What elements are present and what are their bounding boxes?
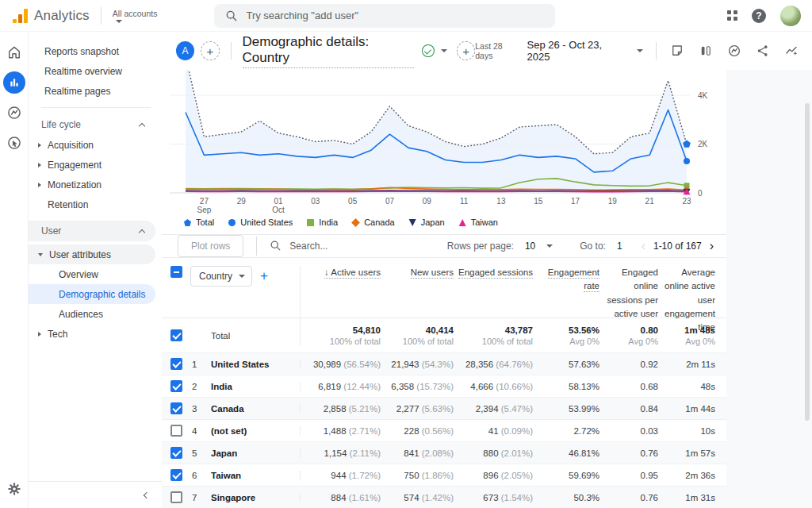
row-checkbox[interactable] <box>170 358 182 370</box>
scrollbar[interactable] <box>805 103 810 421</box>
date-range-picker[interactable]: Last 28 days Sep 26 - Oct 23, 2025 <box>475 39 643 63</box>
select-all-checkbox[interactable] <box>170 266 182 278</box>
row-checkbox[interactable] <box>170 491 182 503</box>
table-header-row: Country + ↓ Active users New users Engag… <box>162 257 726 318</box>
sidebar-item-overview[interactable]: Overview <box>29 264 155 284</box>
reports-icon[interactable] <box>3 71 25 94</box>
dimension-select[interactable]: Country <box>190 266 252 287</box>
account-selector[interactable]: All accounts <box>113 9 158 23</box>
column-header-new-users[interactable]: New users <box>382 266 455 279</box>
metric-cell: 0.92 <box>601 360 660 369</box>
metric-cell: 2,277 (5.63%) <box>382 404 455 414</box>
diamond-marker-icon <box>351 218 360 227</box>
chevron-up-icon <box>139 229 145 235</box>
explore-icon[interactable] <box>3 102 25 124</box>
sidebar-item-retention[interactable]: Retention <box>29 194 155 214</box>
sidebar-section-user[interactable]: User <box>29 221 155 241</box>
report-status-check-icon[interactable] <box>422 44 435 57</box>
metric-cell: 10s <box>660 426 726 436</box>
advertising-icon[interactable] <box>3 132 25 154</box>
collapse-sidebar-icon[interactable] <box>144 491 150 498</box>
collapse-arrow-icon <box>38 253 43 256</box>
total-label: Total <box>211 331 300 341</box>
row-checkbox[interactable] <box>170 402 182 414</box>
x-tick-label: 11 <box>460 197 469 206</box>
legend-item-united-states[interactable]: United States <box>228 217 293 227</box>
search-icon <box>225 10 238 22</box>
row-checkbox[interactable] <box>170 447 182 459</box>
metric-cell: 53.99% <box>534 404 601 414</box>
add-comparison-button[interactable]: + <box>201 41 219 60</box>
chevron-down-icon[interactable] <box>546 244 553 248</box>
global-search-input[interactable]: Try searching "add user" <box>214 4 555 28</box>
insights-icon[interactable] <box>783 43 799 59</box>
home-icon[interactable] <box>3 41 25 64</box>
series-marker-united-states <box>684 158 690 164</box>
metric-cell: 58.13% <box>534 382 601 391</box>
total-row-checkbox[interactable] <box>170 329 182 341</box>
report-header: A + Demographic details: Country + Last … <box>162 32 812 70</box>
metric-cell: 1m 57s <box>660 448 726 458</box>
help-icon[interactable]: ? <box>752 9 766 23</box>
x-tick-label: 09 <box>423 197 432 206</box>
sidebar-item-demographic-details[interactable]: Demographic details <box>29 284 155 304</box>
metric-cell: 41 (0.09%) <box>455 426 534 436</box>
sidebar-item-realtime-overview[interactable]: Realtime overview <box>29 61 155 81</box>
sidebar-item-engagement[interactable]: Engagement <box>29 155 155 175</box>
add-dimension-button[interactable]: + <box>260 268 268 284</box>
analytics-logo-icon[interactable] <box>13 9 28 23</box>
row-checkbox[interactable] <box>170 469 182 481</box>
sidebar-item-acquisition[interactable]: Acquisition <box>29 135 155 155</box>
sidebar-section-life-cycle[interactable]: Life cycle <box>29 114 155 135</box>
row-checkbox[interactable] <box>170 380 182 392</box>
legend-item-india[interactable]: India <box>307 217 338 227</box>
plot-rows-button[interactable]: Plot rows <box>178 235 243 257</box>
prev-page-button[interactable]: ‹ <box>642 240 645 252</box>
product-name: Analytics <box>34 8 90 24</box>
column-header-engaged-sessions-per-user[interactable]: Engaged online sessions per active user <box>601 266 660 321</box>
pagination-range: 1-10 of 167 <box>653 241 702 252</box>
sidebar-item-realtime-pages[interactable]: Realtime pages <box>29 81 155 101</box>
segment-chip[interactable]: A <box>176 41 194 60</box>
column-header-engaged-sessions[interactable]: Engaged sessions <box>455 266 534 279</box>
explore-report-icon[interactable] <box>726 43 742 59</box>
metric-cell: 2.72% <box>534 426 601 436</box>
legend-item-japan[interactable]: Japan <box>409 217 445 227</box>
sidebar-item-reports-snapshot[interactable]: Reports snapshot <box>29 41 155 61</box>
table-row-singapore: 7Singapore884 (1.61%)574 (1.42%)673 (1.5… <box>162 486 726 508</box>
settings-gear-icon[interactable] <box>3 478 25 500</box>
expand-arrow-icon <box>38 183 41 187</box>
metric-cell: 0.84 <box>601 404 660 414</box>
legend-item-total[interactable]: Total <box>184 217 214 227</box>
sidebar-item-tech[interactable]: Tech <box>29 324 155 344</box>
comparisons-icon[interactable] <box>698 43 714 59</box>
apps-grid-icon[interactable] <box>727 10 737 21</box>
metric-cell: 48s <box>660 382 726 391</box>
metric-cell: 1m 31s <box>660 493 726 502</box>
row-number: 4 <box>190 426 211 436</box>
report-menu-caret[interactable] <box>441 49 447 52</box>
column-header-engagement-rate[interactable]: Engagement rate <box>534 266 601 294</box>
sidebar-item-audiences[interactable]: Audiences <box>29 304 155 324</box>
table-search-input[interactable]: Search... <box>270 240 327 252</box>
rows-per-page-select[interactable]: 10 <box>520 237 540 255</box>
column-header-active-users[interactable]: ↓ Active users <box>300 266 382 326</box>
row-checkbox[interactable] <box>170 425 182 437</box>
next-page-button[interactable]: › <box>710 240 714 252</box>
goto-page-input[interactable]: 1 <box>612 237 627 255</box>
y-tick-label: 2K <box>698 140 708 148</box>
expand-arrow-icon <box>38 332 41 337</box>
legend-item-taiwan[interactable]: Taiwan <box>459 217 498 227</box>
sidebar-item-monetization[interactable]: Monetization <box>29 175 155 194</box>
avatar[interactable] <box>780 6 801 26</box>
legend-item-canada[interactable]: Canada <box>352 217 395 227</box>
country-name: Japan <box>211 448 300 458</box>
feedback-note-icon[interactable] <box>669 43 685 59</box>
triangle-down-marker-icon <box>409 219 416 226</box>
sidebar-item-user-attributes[interactable]: User attributes <box>29 244 155 264</box>
country-name: Taiwan <box>211 471 300 480</box>
share-icon[interactable] <box>755 43 771 59</box>
add-report-button[interactable]: + <box>457 41 475 60</box>
column-header-avg-engagement-time[interactable]: Average online active user engagement ti… <box>660 266 726 334</box>
total-metric-cell: 0.80Avg 0% <box>601 325 660 346</box>
